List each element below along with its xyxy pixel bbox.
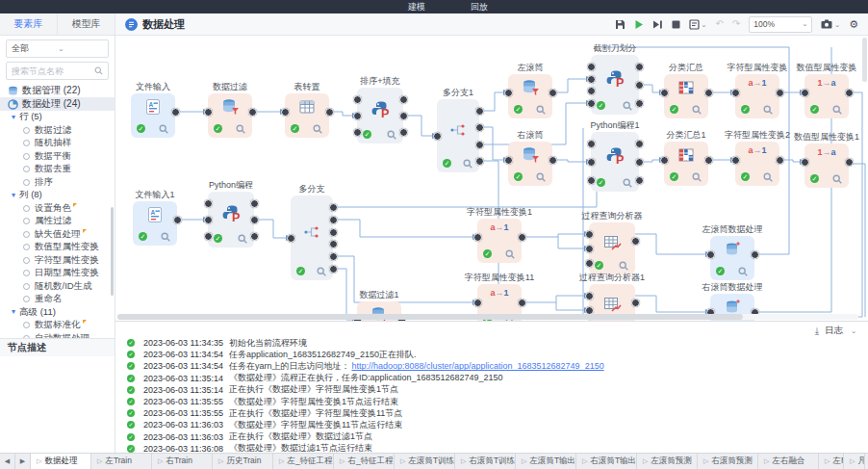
- input-port[interactable]: [587, 99, 596, 108]
- tab-element-library[interactable]: 要素库: [0, 13, 58, 35]
- output-port[interactable]: [329, 228, 338, 237]
- input-port[interactable]: [504, 156, 513, 165]
- top-menu-item[interactable]: 回放: [471, 1, 488, 13]
- layout-menu-button[interactable]: ⌄: [689, 19, 707, 30]
- output-port[interactable]: [704, 89, 713, 97]
- input-port[interactable]: [587, 140, 596, 148]
- output-port[interactable]: [635, 81, 644, 90]
- flow-tab[interactable]: ▷右Train: [152, 454, 213, 469]
- tree-node-item[interactable]: 随机数/ID生成: [0, 280, 115, 294]
- log-panel-title[interactable]: 日志: [825, 325, 843, 337]
- node-preview-magnifier-icon[interactable]: [832, 105, 842, 115]
- input-port[interactable]: [585, 230, 594, 239]
- input-port[interactable]: [587, 158, 596, 167]
- tree-group[interactable]: ▾列 (8): [0, 189, 115, 202]
- output-port[interactable]: [549, 89, 557, 97]
- output-port[interactable]: [475, 141, 484, 149]
- output-port[interactable]: [250, 199, 259, 208]
- tree-node-item[interactable]: 随机抽样: [0, 137, 115, 150]
- output-port[interactable]: [399, 95, 408, 104]
- node-preview-magnifier-icon[interactable]: [619, 261, 628, 271]
- input-port[interactable]: [731, 156, 740, 165]
- flow-node-proc-query[interactable]: ✓: [589, 222, 635, 274]
- category-filter-select[interactable]: 全部 ⌄: [6, 39, 109, 58]
- flow-node-num-conv-1[interactable]: 1→a✓: [804, 143, 849, 188]
- flow-node-left-roller-proc[interactable]: ✓: [710, 236, 754, 280]
- zoom-select[interactable]: 100% ⌄: [749, 16, 812, 33]
- tree-node-item[interactable]: 排序: [0, 176, 115, 190]
- run-button[interactable]: [634, 19, 644, 30]
- node-preview-magnifier-icon[interactable]: [238, 234, 247, 244]
- input-port[interactable]: [585, 245, 594, 253]
- output-port[interactable]: [171, 108, 180, 117]
- node-preview-magnifier-icon[interactable]: [387, 130, 396, 140]
- save-button[interactable]: [615, 19, 625, 30]
- node-preview-magnifier-icon[interactable]: [161, 232, 170, 242]
- node-preview-magnifier-icon[interactable]: [623, 178, 632, 188]
- node-preview-magnifier-icon[interactable]: [317, 267, 326, 276]
- tree-node-item[interactable]: 字符型属性变换: [0, 254, 115, 268]
- output-port[interactable]: [845, 89, 854, 97]
- log-link[interactable]: http://hadoop:8088/cluster/app/applicati…: [351, 361, 603, 371]
- flow-node-cut-knife-split[interactable]: P✓: [591, 55, 639, 115]
- flow-tab[interactable]: ▷左R: [819, 454, 844, 469]
- input-port[interactable]: [660, 156, 669, 165]
- input-port[interactable]: [660, 89, 669, 97]
- node-preview-magnifier-icon[interactable]: [738, 267, 748, 276]
- flow-node-str-conv-2[interactable]: a→1✓: [735, 142, 779, 186]
- tree-group[interactable]: ▾高级 (11): [0, 306, 115, 320]
- node-preview-magnifier-icon[interactable]: [313, 124, 322, 134]
- input-port[interactable]: [504, 89, 513, 97]
- input-port[interactable]: [281, 108, 290, 117]
- flow-node-data-filter[interactable]: ✓: [208, 93, 252, 138]
- snapshot-button[interactable]: ⌄: [821, 19, 840, 29]
- top-menu-item[interactable]: 建模: [408, 1, 425, 13]
- flow-node-multi-branch[interactable]: ✓: [291, 195, 333, 280]
- output-port[interactable]: [635, 140, 644, 148]
- tree-node-item[interactable]: 数据去重: [0, 163, 115, 176]
- output-port[interactable]: [250, 216, 259, 224]
- flow-node-cat-sum[interactable]: ✓: [664, 74, 708, 118]
- tree-node-item[interactable]: 日期型属性变换: [0, 267, 115, 280]
- flow-tab[interactable]: ▷右滚筒T训练: [455, 454, 516, 469]
- canvas-hscrollbar[interactable]: [117, 314, 743, 320]
- output-port[interactable]: [329, 203, 338, 212]
- output-port[interactable]: [845, 158, 854, 167]
- tab-scroll-right-icon[interactable]: ▶: [15, 454, 31, 469]
- flow-node-multi-branch-1[interactable]: ✓: [437, 99, 479, 172]
- sidebar-scrollbar[interactable]: [111, 207, 114, 296]
- output-port[interactable]: [518, 299, 526, 307]
- input-port[interactable]: [587, 87, 596, 95]
- output-port[interactable]: [399, 128, 408, 137]
- flow-tab[interactable]: ▷右_特征工程: [334, 454, 395, 469]
- output-port[interactable]: [776, 89, 784, 97]
- input-port[interactable]: [801, 89, 809, 97]
- input-port[interactable]: [731, 89, 740, 97]
- chevron-down-icon[interactable]: ⌄: [851, 327, 856, 335]
- output-port[interactable]: [173, 216, 182, 224]
- output-port[interactable]: [475, 157, 484, 166]
- flow-tab[interactable]: ▷左滚筒预测: [637, 454, 698, 469]
- tree-node-item[interactable]: 数据标准化: [0, 319, 115, 332]
- flow-node-python-prog[interactable]: P✓: [208, 192, 254, 248]
- input-port[interactable]: [473, 299, 482, 307]
- tree-node-item[interactable]: 重命名: [0, 293, 115, 306]
- node-preview-magnifier-icon[interactable]: [623, 101, 632, 111]
- input-port[interactable]: [204, 232, 213, 241]
- flow-tab[interactable]: ▷数据处理: [31, 454, 91, 469]
- flow-node-right-roller[interactable]: ✓: [508, 142, 552, 186]
- flow-node-str-conv-1[interactable]: a→1✓: [477, 219, 522, 263]
- input-port[interactable]: [433, 132, 442, 141]
- output-port[interactable]: [518, 233, 526, 242]
- input-port[interactable]: [204, 108, 213, 117]
- node-preview-magnifier-icon[interactable]: [236, 124, 245, 134]
- output-port[interactable]: [635, 176, 644, 185]
- node-preview-magnifier-icon[interactable]: [692, 105, 702, 115]
- output-port[interactable]: [475, 107, 484, 116]
- node-description-header[interactable]: 节点描述: [0, 338, 115, 356]
- download-log-icon[interactable]: ⤓: [815, 326, 819, 337]
- flow-tab[interactable]: ▷左Train: [91, 454, 152, 469]
- tree-node-item[interactable]: 数据平衡: [0, 150, 115, 164]
- flow-node-num-conv[interactable]: 1→a✓: [804, 74, 849, 118]
- tree-node-item[interactable]: 数值型属性变换: [0, 241, 115, 254]
